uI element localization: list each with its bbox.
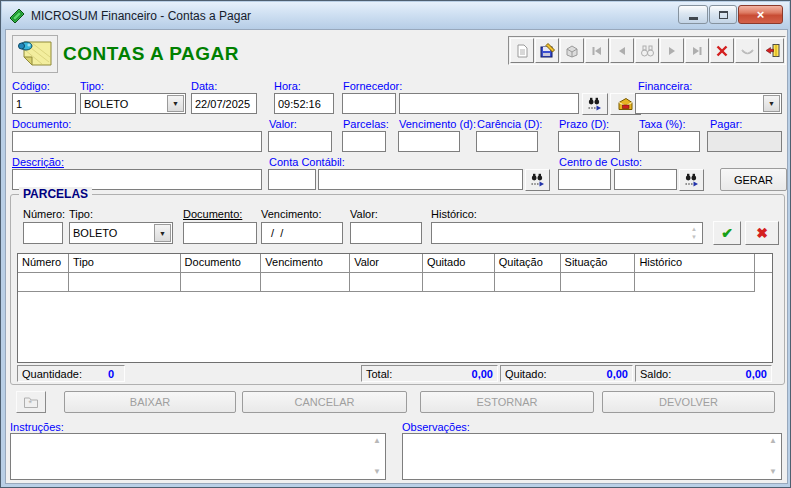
maximize-button[interactable] bbox=[709, 5, 737, 24]
parcela-historico-input[interactable]: ▲▼ bbox=[431, 222, 703, 244]
devolver-button[interactable]: DEVOLVER bbox=[602, 391, 775, 413]
tipo-select[interactable]: BOLETO ▼ bbox=[80, 93, 186, 114]
grid-header-valor[interactable]: Valor bbox=[350, 254, 423, 273]
tipo-label: Tipo: bbox=[80, 80, 104, 92]
grid-header-documento[interactable]: Documento bbox=[181, 254, 262, 273]
instrucoes-input[interactable] bbox=[11, 434, 369, 479]
estornar-button[interactable]: ESTORNAR bbox=[420, 391, 594, 413]
hora-label: Hora: bbox=[274, 80, 301, 92]
check-icon: ✔ bbox=[721, 225, 733, 241]
fornecedor-name-input[interactable] bbox=[399, 93, 579, 114]
parcela-historico-label: Histórico: bbox=[431, 208, 477, 220]
instrucoes-memo: ▲ ▼ bbox=[10, 433, 386, 480]
folder-asterisk-icon: * bbox=[23, 395, 39, 409]
observacoes-label: Observações: bbox=[402, 421, 470, 433]
mail-button[interactable] bbox=[735, 38, 759, 63]
svg-text:*: * bbox=[29, 398, 33, 408]
maximize-icon bbox=[719, 11, 728, 19]
conta-contabil-search-button[interactable] bbox=[525, 169, 550, 191]
observacoes-input[interactable] bbox=[403, 434, 765, 479]
app-icon bbox=[9, 8, 25, 24]
grid-empty-row[interactable] bbox=[18, 273, 772, 292]
data-input[interactable] bbox=[191, 93, 257, 114]
instrucoes-label: Instruções: bbox=[10, 421, 64, 433]
parcela-cancel-button[interactable]: ✖ bbox=[745, 221, 779, 245]
conta-contabil-code-input[interactable] bbox=[268, 169, 316, 190]
parcela-valor-input[interactable] bbox=[350, 222, 422, 244]
grid-header-quitado[interactable]: Quitado bbox=[423, 254, 495, 273]
package-icon bbox=[565, 44, 579, 58]
centro-custo-label: Centro de Custo: bbox=[559, 156, 642, 168]
fornecedor-code-input[interactable] bbox=[342, 93, 396, 114]
grid-header-quitacao[interactable]: Quitação bbox=[495, 254, 561, 273]
quitado-value: 0,00 bbox=[607, 368, 628, 380]
grid-header-vencimento[interactable]: Vencimento bbox=[261, 254, 350, 273]
envelope-icon bbox=[740, 44, 755, 58]
first-icon bbox=[590, 44, 604, 58]
scroll-down-icon[interactable]: ▼ bbox=[767, 467, 779, 477]
conta-contabil-name-input[interactable] bbox=[318, 169, 523, 190]
scroll-down-icon[interactable]: ▼ bbox=[371, 467, 383, 477]
save-button[interactable] bbox=[535, 38, 559, 63]
parcela-vencimento-input[interactable] bbox=[261, 222, 343, 244]
cancelar-button[interactable]: CANCELAR bbox=[242, 391, 407, 413]
folder-asterisk-button[interactable]: * bbox=[16, 391, 46, 413]
grid-header-tipo[interactable]: Tipo bbox=[69, 254, 181, 273]
baixar-button[interactable]: BAIXAR bbox=[64, 391, 236, 413]
close-button[interactable]: × bbox=[738, 5, 783, 24]
parcelas-grid[interactable]: Número Tipo Documento Vencimento Valor Q… bbox=[17, 253, 773, 363]
parcela-documento-label[interactable]: Documento: bbox=[183, 208, 242, 220]
parcela-confirm-button[interactable]: ✔ bbox=[713, 221, 741, 245]
pagar-label: Pagar: bbox=[710, 118, 742, 130]
scroll-up-icon[interactable]: ▲ bbox=[767, 436, 779, 446]
codigo-input[interactable] bbox=[12, 93, 76, 114]
binoculars-icon bbox=[640, 44, 655, 58]
carencia-label: Carência (D): bbox=[477, 118, 542, 130]
parcela-documento-input[interactable] bbox=[183, 222, 257, 244]
pagar-input bbox=[707, 131, 782, 152]
spinner-up-icon[interactable]: ▲▼ bbox=[688, 225, 700, 241]
parcelas-input[interactable] bbox=[342, 131, 386, 152]
delete-record-button[interactable] bbox=[710, 38, 734, 63]
valor-label: Valor: bbox=[269, 118, 297, 130]
first-record-button[interactable] bbox=[585, 38, 609, 63]
centro-custo-code-input[interactable] bbox=[558, 169, 611, 190]
financeira-select[interactable]: ▼ bbox=[635, 93, 782, 114]
taxa-label: Taxa (%): bbox=[639, 118, 685, 130]
scroll-up-icon[interactable]: ▲ bbox=[371, 436, 383, 446]
quantidade-value: 0 bbox=[108, 368, 114, 380]
descricao-label[interactable]: Descrição: bbox=[12, 156, 64, 168]
minimize-button[interactable] bbox=[678, 5, 708, 24]
documento-input[interactable] bbox=[12, 131, 262, 152]
toolbar bbox=[508, 36, 786, 65]
gerar-button[interactable]: GERAR bbox=[720, 168, 787, 191]
centro-custo-name-input[interactable] bbox=[614, 169, 677, 190]
centro-custo-search-button[interactable] bbox=[679, 169, 704, 191]
search-record-button[interactable] bbox=[635, 38, 659, 63]
grid-header-historico[interactable]: Histórico bbox=[635, 254, 755, 273]
last-record-button[interactable] bbox=[685, 38, 709, 63]
fornecedor-label: Fornecedor: bbox=[343, 80, 402, 92]
package-button[interactable] bbox=[560, 38, 584, 63]
vencimento-d-input[interactable] bbox=[398, 131, 460, 152]
hora-input[interactable] bbox=[274, 93, 334, 114]
new-record-button[interactable] bbox=[510, 38, 534, 63]
prazo-input[interactable] bbox=[558, 131, 620, 152]
exit-button[interactable] bbox=[760, 38, 784, 63]
financeira-label: Financeira: bbox=[638, 80, 692, 92]
carencia-input[interactable] bbox=[476, 131, 538, 152]
grid-header-numero[interactable]: Número bbox=[18, 254, 69, 273]
fornecedor-search-button[interactable] bbox=[582, 93, 608, 115]
next-record-button[interactable] bbox=[660, 38, 684, 63]
valor-input[interactable] bbox=[268, 131, 332, 152]
grid-header-situacao[interactable]: Situação bbox=[561, 254, 636, 273]
parcela-tipo-select[interactable]: BOLETO ▼ bbox=[69, 222, 173, 244]
window-title: MICROSUM Financeiro - Contas a Pagar bbox=[31, 9, 251, 23]
exit-door-icon bbox=[765, 43, 780, 58]
parcela-numero-input[interactable] bbox=[23, 222, 63, 244]
taxa-input[interactable] bbox=[638, 131, 700, 152]
previous-record-button[interactable] bbox=[610, 38, 634, 63]
parcela-vencimento-label: Vencimento: bbox=[261, 208, 322, 220]
note-icon bbox=[16, 38, 54, 70]
chevron-down-icon: ▼ bbox=[154, 224, 171, 242]
